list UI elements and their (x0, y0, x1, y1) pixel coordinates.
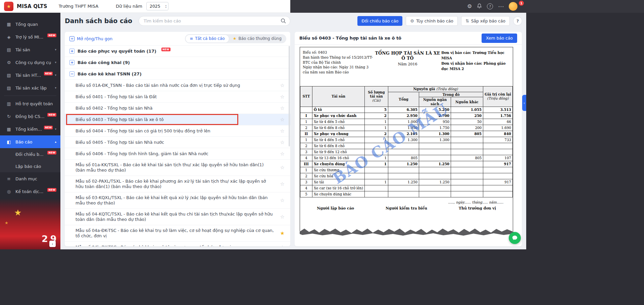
expand-collapse-toggle[interactable]: Mở rộng/Thu gọn (69, 36, 112, 41)
favorite-star-icon[interactable] (280, 151, 285, 157)
chat-support-button[interactable] (509, 232, 521, 244)
cell-asset: Xe chuyên dùng khác (312, 191, 365, 197)
favorite-star-icon[interactable] (280, 245, 285, 247)
scrollbar-thumb[interactable] (289, 46, 290, 146)
cell-remaining-value: 1.690 (483, 125, 513, 131)
chevron-down-icon (53, 61, 56, 64)
sort-reports-button[interactable]: Sắp xếp báo cáo (461, 16, 510, 26)
user-avatar[interactable] (509, 2, 517, 11)
favorite-star-icon[interactable] (280, 117, 285, 122)
screen: MISA QLTS Trường THPT MISA Dữ liệu năm 2… (0, 0, 644, 305)
cell-quantity: 2 (365, 113, 388, 119)
favorite-star-icon[interactable] (280, 231, 285, 236)
compare-reports-button[interactable]: Đối chiếu báo cáo (357, 16, 402, 26)
cell-total: 1.250 (388, 161, 419, 167)
cell-total: 6.305 (388, 107, 419, 113)
cell-total: 1.300 (388, 137, 419, 143)
favorite-star-icon[interactable] (280, 181, 285, 187)
search-icon[interactable] (281, 18, 286, 25)
favorite-star-icon[interactable] (280, 83, 285, 88)
signature-row: Người lập báo cáo Người kiểm tra biểu Th… (300, 206, 513, 210)
favorite-star-icon[interactable] (280, 214, 285, 220)
report-list-item[interactable]: Biểu số 0404 - Tổng hợp tài sản có giá t… (65, 125, 290, 136)
report-list-item[interactable]: Mẫu số 04a-ĐK-TSC - Báo cáo kê khai trụ … (65, 225, 290, 241)
service-accounting-icon (6, 189, 12, 194)
report-list-item[interactable]: Biểu số 0401 - Tổng hợp tài sản là Đất (65, 91, 290, 102)
help-icon[interactable] (487, 3, 493, 9)
report-list-item-label: Biểu số 0402 - Tổng hợp tài sản Nhà (76, 106, 152, 111)
year-spinner-icon[interactable] (165, 4, 166, 8)
favorite-star-icon[interactable] (280, 106, 285, 111)
cell-remaining-value: 107 (483, 155, 513, 161)
favorite-star-icon[interactable] (280, 198, 285, 203)
report-list-item[interactable]: Biểu số 0406 - Tổng hợp tình hình tăng, … (65, 148, 290, 159)
sidebar-item-dong-bo-csdl-tsc[interactable]: Đồng bộ CSDL TSC NEW (0, 110, 60, 123)
sidebar-item-ho-tro-quyet-toan[interactable]: Hỗ trợ quyết toán (0, 97, 60, 110)
cell-asset: Xe từ 13 đến 16 chỗ (312, 155, 365, 161)
favorite-star-icon[interactable] (280, 140, 285, 145)
report-list-item[interactable]: Biểu số 01A-ĐK_TSNN - Báo cáo tài sản nh… (65, 79, 290, 91)
report-list-item[interactable]: Mẫu số 04b-ĐK-TSC - Báo cáo kê khai xe ô… (65, 241, 290, 246)
sidebar-item-ke-toan-dich-vu[interactable]: Kế toán dịch vụ NEW (0, 185, 60, 198)
report-list-item[interactable]: Mẫu số 02-PAXL/TSXL - Báo cáo kê khai ph… (65, 176, 290, 192)
cell-quantity: 1 (365, 119, 388, 125)
report-list-item[interactable]: Biểu số 0403 - Tổng hợp tài sản là xe ô … (65, 114, 290, 125)
cell-other-source (451, 143, 483, 149)
settings-icon[interactable] (467, 4, 472, 9)
sidebar-item-label: Trợ lý số MISA AVA (15, 35, 45, 40)
report-list-item[interactable]: Mẫu số 03-KQXL/TSXL - Báo cáo kê khai kế… (65, 192, 290, 208)
sidebar-item-tong-kiem-ke[interactable]: Tổng kiểm kê NEW (0, 123, 60, 135)
cell-quantity (365, 143, 388, 149)
sidebar-item-danh-muc[interactable]: Danh mục (0, 172, 60, 185)
favorite-star-icon[interactable] (280, 94, 285, 100)
cell-remaining-value (483, 143, 513, 149)
more-options-icon[interactable] (498, 4, 504, 9)
favorite-star-icon[interactable] (280, 165, 285, 170)
sidebar-item-tai-san-xac-lap[interactable]: Tài sản xác lập (0, 81, 60, 94)
customize-reports-button[interactable]: Tùy chỉnh báo cáo (406, 16, 458, 26)
ht-cns-icon (6, 73, 12, 78)
report-list-item[interactable]: Mẫu số 04-KQTC/TSXL - Báo cáo kê khai kế… (65, 208, 290, 225)
cell-asset: Xe phục vụ chung (312, 131, 365, 137)
tab-all-reports[interactable]: Tất cả báo cáo (186, 35, 229, 43)
report-group-quyet-toan[interactable]: Báo cáo phục vụ quyết toán (17) NEW (65, 45, 290, 57)
report-group-cong-khai[interactable]: Báo cáo công khai (9) (65, 57, 290, 68)
report-list-item[interactable]: Biểu số 0405 - Tổng hợp tài sản Nhà nước (65, 136, 290, 148)
collapse-minus-icon[interactable] (69, 71, 75, 76)
sidebar-item-label: Tổng quan (15, 22, 38, 27)
cell-stt: II (300, 131, 312, 137)
expand-plus-icon[interactable] (69, 60, 75, 65)
expand-plus-icon[interactable] (69, 49, 75, 54)
cell-remaining-value: 733 (483, 137, 513, 143)
report-table-row: 2 Xe từ 6 đến 8 chỗ 1 1.950 1.750 200 1.… (300, 125, 513, 131)
settlement-icon (6, 101, 12, 106)
sidebar-item-tong-quan[interactable]: Tổng quan (0, 18, 60, 30)
cell-budget-source: 2.700 (419, 113, 451, 119)
sidebar-item-bao-cao[interactable]: Báo cáo (0, 135, 60, 148)
report-list-item[interactable]: Biểu số 0402 - Tổng hợp tài sản Nhà (65, 102, 290, 114)
sidebar-divider (4, 96, 56, 96)
view-report-button[interactable]: Xem báo cáo (482, 34, 517, 43)
cell-asset: Xe cứu thương (312, 167, 365, 173)
help-button[interactable] (513, 16, 522, 25)
panel-collapse-handle[interactable] (522, 95, 526, 111)
favorite-star-icon[interactable] (280, 128, 285, 134)
sidebar-item-label: Hỗ trợ quyết toán (15, 101, 53, 106)
report-list-item-label: Biểu số 0405 - Tổng hợp tài sản Nhà nước (76, 140, 164, 145)
misa-logo[interactable] (4, 2, 13, 11)
sidebar-subitem-lap-bao-cao[interactable]: Lập báo cáo (0, 160, 60, 172)
report-group-ke-khai-tsnn[interactable]: Báo cáo kê khai TSNN (27) (65, 68, 290, 79)
sidebar-item-tai-san[interactable]: Tài sản (0, 43, 60, 56)
sidebar-collapse-button[interactable] (49, 241, 56, 247)
search-input[interactable] (139, 16, 290, 26)
sidebar-item-cong-cu-dung-cu[interactable]: Công cụ dụng cụ (0, 56, 60, 69)
report-list-item-label: Biểu số 01A-ĐK_TSNN - Báo cáo tài sản nh… (76, 83, 240, 88)
header-principal: Nguyên giá (Triệu đồng) (388, 86, 483, 92)
year-selector[interactable]: 2025 (146, 2, 168, 10)
tab-favorite-reports[interactable]: Báo cáo thường dùng (229, 35, 286, 43)
sidebar-item-tai-san-ht-cns[interactable]: Tài sản HT-CNS NEW (0, 69, 60, 81)
report-list-item[interactable]: Mẫu số 01a-KK/TSXL - Báo cáo kê khai tài… (65, 159, 290, 176)
sidebar-item-tro-ly-ava[interactable]: Trợ lý số MISA AVA NEW (0, 30, 60, 43)
sidebar-subitem-doi-chieu-bao-cao[interactable]: Đối chiếu báo cáo NEW (0, 148, 60, 160)
notifications-bell-icon[interactable] (477, 3, 482, 10)
